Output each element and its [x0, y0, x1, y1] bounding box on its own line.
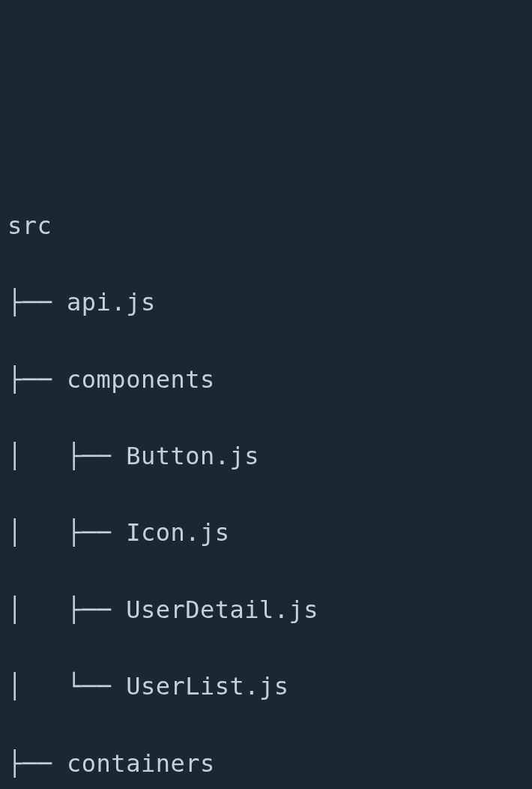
tree-file: │ ├── UserDetail.js: [7, 591, 525, 629]
tree-root: src: [7, 207, 525, 245]
tree-file: ├── api.js: [7, 284, 525, 322]
file-tree: src ├── api.js ├── components │ ├── Butt…: [7, 169, 525, 789]
tree-file: │ ├── Button.js: [7, 437, 525, 476]
tree-folder: ├── containers: [7, 745, 525, 783]
tree-file: │ └── UserList.js: [7, 668, 525, 706]
tree-file: │ ├── Icon.js: [7, 514, 525, 552]
tree-folder: ├── components: [7, 361, 525, 399]
